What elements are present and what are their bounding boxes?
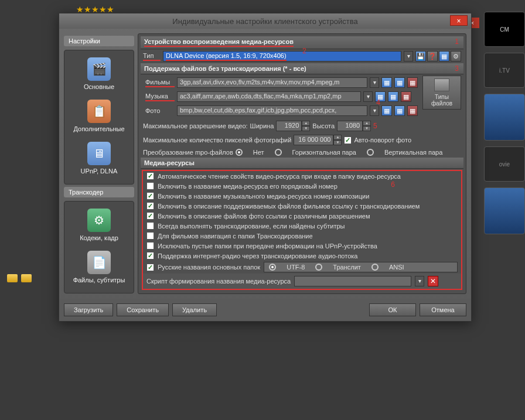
dropdown-icon[interactable]: ▾ (415, 276, 424, 286)
filter3-icon[interactable]: ▦ (407, 77, 418, 88)
film-icon: 🎬 (87, 57, 111, 81)
check-photo-links[interactable]: ✓ (146, 212, 154, 220)
encoding-translit-radio[interactable] (315, 264, 322, 271)
photo-formats-input[interactable]: bmp,bw,cel,cut,dib,eps,fax,gif,icb,jpg,p… (177, 105, 367, 116)
maxpixels-label: Максимальное количество пикселей фотогра… (143, 136, 291, 144)
mpo-vert-radio[interactable] (367, 149, 374, 156)
dropdown-icon[interactable]: ▾ (370, 77, 379, 88)
encoding-utf8-radio[interactable] (269, 264, 276, 271)
width-spinner[interactable]: 1920 ▲▼ (276, 121, 310, 131)
movies-label: Фильмы (145, 78, 175, 87)
check-always-transcode[interactable]: ✓ (146, 222, 154, 230)
sidebar-section-settings: Настройки (64, 36, 134, 46)
file-types-button[interactable]: Типы файлов (422, 76, 461, 110)
sidebar-item-additional[interactable]: 📋 Дополнительные (66, 96, 132, 138)
movies-formats-input[interactable]: 3gp,asf,avi,divx,evo,flv,m2ts,m4v,mkv,mo… (177, 77, 367, 88)
sidebar-item-codecs[interactable]: ⚙ Кодеки, кадр (66, 205, 132, 247)
sidebar-item-label: Дополнительные (67, 125, 131, 132)
annotation-2: 2 (302, 47, 306, 55)
encoding-ansi-radio[interactable] (371, 264, 379, 271)
sidebar-item-label: Основные (67, 83, 131, 90)
media-resources-box: 6 ✓Автоматическое чтение свойств видео-р… (142, 170, 462, 290)
file-types-label: Типы файлов (424, 94, 459, 107)
dialog-title: Индивидуальные настройки клиентского уст… (63, 17, 468, 26)
mpo-none-radio[interactable] (236, 149, 243, 156)
autorotate-label: Авто-поворот фото (354, 136, 411, 144)
bg-right-panel: CM i.TV ovie (484, 12, 525, 363)
sidebar-section-transcoder: Транскодер (64, 187, 134, 197)
check-russian-names[interactable]: ✓ (146, 264, 154, 271)
sidebar-item-label: Файлы, субтитры (67, 276, 131, 284)
filter1-icon[interactable]: ▦ (381, 105, 392, 116)
filter2-icon[interactable]: ▦ (388, 91, 398, 102)
sidebar-item-label: Кодеки, кадр (67, 234, 131, 241)
gear-icon: ⚙ (87, 209, 111, 232)
filter1-icon[interactable]: ▦ (381, 77, 392, 88)
settings-dialog: Индивидуальные настройки клиентского уст… (59, 13, 472, 322)
help-icon[interactable]: ❓ (427, 51, 438, 62)
annotation-3: 3 (455, 64, 459, 73)
height-label: Высота (312, 122, 335, 129)
filter3-icon[interactable]: ▦ (401, 91, 411, 102)
annotation-6: 6 (391, 180, 395, 189)
script-label: Скрипт формирования названия медиа-ресур… (146, 278, 291, 285)
check-tracknum[interactable]: ✓ (146, 192, 154, 200)
file-icon: 📄 (87, 251, 111, 274)
annotation-5: 5 (373, 122, 377, 130)
mpo-label: Преобразование mpo-файлов (143, 149, 233, 156)
filter2-icon[interactable]: ▦ (394, 77, 405, 88)
music-label: Музыка (145, 93, 175, 101)
music-formats-input[interactable]: ac3,aiff,amr,ape,awb,cda,dts,flac,m4a,mk… (177, 91, 361, 102)
check-movie-nav[interactable]: ✓ (146, 232, 154, 240)
script-select[interactable] (294, 276, 411, 286)
mpo-horiz-radio[interactable] (275, 149, 282, 156)
sidebar-item-upnp[interactable]: 🖥 UPnP, DLNA (66, 138, 132, 180)
cancel-button[interactable]: Отмена (420, 303, 466, 316)
dropdown-icon[interactable]: ▾ (363, 91, 373, 102)
type-label: Тип (143, 52, 161, 61)
check-exclude-empty[interactable]: ✓ (146, 242, 154, 250)
device-type-select[interactable]: DLNA Device (версия 1.5, 16:9, 720x406) (163, 51, 401, 62)
filter2-icon[interactable]: ▦ (394, 105, 405, 116)
titlebar: Индивидуальные настройки клиентского уст… (59, 13, 471, 29)
cube-icon (434, 78, 449, 91)
check-seqnum[interactable]: ✓ (146, 182, 154, 190)
dialog-footer: Загрузить Сохранить Удалить ОК Отмена (59, 299, 471, 321)
delete-script-button[interactable]: ✕ (428, 276, 438, 286)
save-button[interactable]: Сохранить (117, 303, 169, 316)
config-icon[interactable]: ▦ (439, 51, 449, 62)
maxres-label: Максимальное разрешение видео: (143, 122, 248, 129)
device-section-title: Устройство воспроизведения медиа-ресурсо… (141, 36, 463, 49)
delete-button[interactable]: Удалить (172, 303, 217, 316)
annotation-1: 1 (455, 37, 459, 46)
autorotate-checkbox[interactable]: ✓ (344, 136, 352, 144)
dropdown-icon[interactable]: ▾ (370, 105, 379, 116)
list-icon: 📋 (87, 100, 111, 123)
width-label: Ширина (250, 122, 274, 129)
main-panel: Устройство воспроизведения медиа-ресурсо… (138, 33, 466, 294)
sidebar-item-main[interactable]: 🎬 Основные (66, 54, 132, 96)
annotation-4: 4 (376, 98, 380, 107)
maxpixels-spinner[interactable]: 16 000 000 ▲▼ (294, 135, 342, 145)
support-section-title: Поддержка файлов без транскодирования (*… (141, 63, 463, 74)
ok-button[interactable]: ОК (369, 303, 416, 316)
filter3-icon[interactable]: ▦ (407, 105, 418, 116)
bg-folder-icons (7, 274, 32, 282)
media-section-title: Медиа-ресурсы (141, 158, 463, 169)
sidebar-item-label: UPnP, DLNA (67, 168, 131, 175)
sidebar: Настройки 🎬 Основные 📋 Дополнительные 🖥 … (64, 33, 134, 294)
save-icon[interactable]: 💾 (415, 51, 426, 62)
server-icon: 🖥 (87, 142, 111, 165)
photo-label: Фото (145, 107, 175, 114)
dropdown-icon[interactable]: ▾ (404, 51, 413, 62)
height-spinner[interactable]: 1080 ▲▼ (337, 121, 371, 131)
check-inet-radio[interactable]: ✓ (146, 252, 154, 259)
check-autoread[interactable]: ✓ (146, 172, 154, 180)
close-button[interactable]: × (450, 15, 468, 26)
load-button[interactable]: Загрузить (64, 303, 113, 316)
gear-small-icon[interactable]: ⚙ (451, 51, 461, 62)
sidebar-item-files[interactable]: 📄 Файлы, субтитры (66, 247, 132, 289)
check-transcode-link[interactable]: ✓ (146, 202, 154, 210)
